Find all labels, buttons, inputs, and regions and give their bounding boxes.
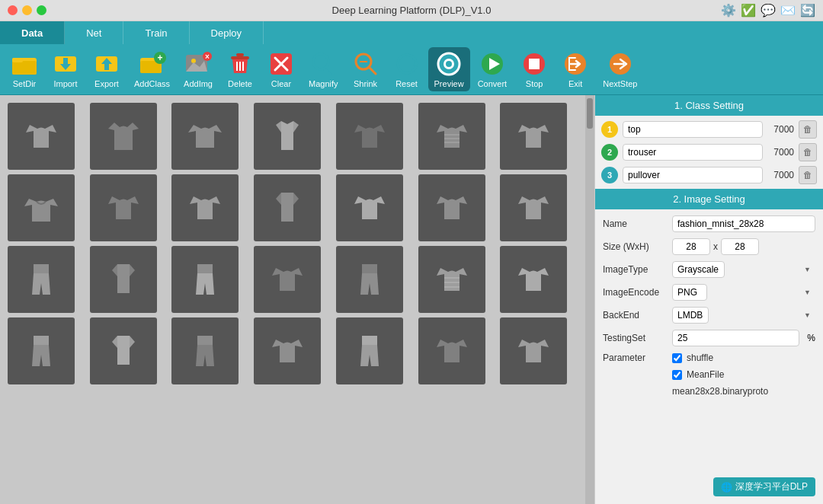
delete-icon — [226, 50, 254, 78]
tab-train[interactable]: Train — [123, 21, 189, 44]
image-item[interactable] — [336, 317, 403, 384]
image-item[interactable] — [254, 246, 321, 313]
tab-deploy[interactable]: Deploy — [190, 21, 264, 44]
image-grid — [8, 103, 587, 384]
image-item[interactable] — [8, 246, 75, 313]
image-item[interactable] — [418, 103, 485, 170]
image-item[interactable] — [500, 317, 567, 384]
imageencode-select[interactable]: PNG JPEG — [672, 284, 707, 301]
class-setting-header: 1. Class Setting — [595, 95, 823, 116]
backend-select[interactable]: LMDB HDF5 — [672, 307, 709, 324]
stop-button[interactable]: Stop — [514, 47, 554, 91]
percent-label: % — [807, 333, 815, 343]
image-item[interactable] — [171, 246, 239, 313]
preview-button[interactable]: Preview — [428, 47, 470, 91]
image-grid-container[interactable] — [0, 95, 594, 504]
image-item[interactable] — [418, 174, 485, 241]
imagetype-wrapper: Grayscale RGB — [672, 261, 815, 278]
image-item[interactable] — [418, 317, 485, 384]
minimize-button[interactable] — [22, 5, 32, 15]
title-bar: Deep Learning Platform (DLP)_V1.0 ⚙️ ✅ 💬… — [0, 0, 823, 21]
image-item[interactable] — [336, 103, 403, 170]
close-button[interactable] — [8, 5, 18, 15]
image-item[interactable] — [500, 246, 567, 313]
image-item[interactable] — [171, 317, 239, 384]
import-button[interactable]: Import — [46, 47, 85, 91]
check-icon[interactable]: ✅ — [741, 3, 756, 18]
nextstep-button[interactable]: NextStep — [597, 47, 643, 91]
addimg-button[interactable]: × AddImg — [178, 47, 219, 91]
addclass-button[interactable]: + AddClass — [128, 47, 176, 91]
height-input[interactable] — [721, 238, 759, 255]
window-controls — [8, 5, 46, 15]
image-item[interactable] — [336, 174, 403, 241]
image-item[interactable] — [8, 103, 75, 170]
stop-label: Stop — [526, 79, 543, 88]
image-item[interactable] — [90, 246, 157, 313]
shuffle-checkbox[interactable] — [672, 353, 682, 363]
image-item[interactable] — [90, 103, 157, 170]
imagetype-select[interactable]: Grayscale RGB — [672, 261, 725, 278]
svg-rect-8 — [104, 62, 109, 70]
svg-rect-47 — [34, 264, 49, 273]
setdir-button[interactable]: SetDir — [5, 47, 44, 91]
exit-button[interactable]: Exit — [556, 47, 595, 91]
maximize-button[interactable] — [37, 5, 46, 15]
delete-label: Delete — [228, 79, 252, 88]
wechat-icon[interactable]: 💬 — [761, 3, 776, 18]
settings-icon[interactable]: ⚙️ — [721, 3, 736, 18]
size-row: Size (WxH) x — [603, 238, 815, 255]
testingset-input[interactable] — [672, 330, 799, 346]
setdir-label: SetDir — [13, 79, 37, 88]
name-row: Name — [603, 215, 815, 232]
shrink-button[interactable]: Shrink — [346, 47, 386, 91]
testingset-label: TestingSet — [603, 333, 668, 343]
delete-class-2-button[interactable]: 🗑 — [799, 143, 817, 161]
watermark: 🌐 深度学习平台DLP — [713, 477, 815, 496]
image-item[interactable] — [418, 246, 485, 313]
image-item[interactable] — [171, 103, 239, 170]
delete-class-3-button[interactable]: 🗑 — [799, 166, 817, 184]
meanfile-checkbox[interactable] — [672, 370, 682, 380]
image-item[interactable] — [171, 174, 239, 241]
refresh-icon[interactable]: 🔄 — [800, 3, 815, 18]
clear-button[interactable]: Clear — [261, 47, 301, 91]
delete-button[interactable]: Delete — [220, 47, 260, 91]
image-item[interactable] — [8, 317, 75, 384]
image-item[interactable] — [90, 317, 157, 384]
clear-label: Clear — [271, 79, 291, 88]
width-input[interactable] — [672, 238, 710, 255]
scroll-thumb[interactable] — [587, 98, 593, 129]
image-item[interactable] — [500, 174, 567, 241]
export-button[interactable]: Export — [87, 47, 126, 91]
image-item[interactable] — [254, 317, 321, 384]
tab-net[interactable]: Net — [65, 21, 123, 44]
class-item-3: 3 7000 🗑 — [601, 166, 817, 184]
scrollbar[interactable] — [585, 95, 594, 504]
imageencode-wrapper: PNG JPEG — [672, 284, 815, 301]
size-label: Size (WxH) — [603, 241, 668, 252]
import-label: Import — [53, 79, 77, 88]
class-name-input-3[interactable] — [623, 167, 763, 183]
addimg-label: AddImg — [184, 79, 213, 88]
image-item[interactable] — [254, 103, 321, 170]
convert-button[interactable]: Convert — [472, 47, 514, 91]
magnify-button[interactable]: Magnify — [303, 47, 344, 91]
svg-text:×: × — [205, 53, 210, 61]
reset-button[interactable]: Reset — [387, 47, 427, 91]
tab-data[interactable]: Data — [0, 21, 65, 44]
svg-rect-49 — [362, 264, 377, 273]
clear-icon — [267, 50, 295, 78]
image-item[interactable] — [500, 103, 567, 170]
image-item[interactable] — [336, 246, 403, 313]
image-item[interactable] — [90, 174, 157, 241]
class-name-input-2[interactable] — [623, 144, 763, 161]
parameter-value: mean28x28.binaryproto — [672, 386, 768, 397]
class-number-1: 1 — [601, 121, 618, 138]
name-input[interactable] — [672, 215, 815, 232]
image-item[interactable] — [254, 174, 321, 241]
delete-class-1-button[interactable]: 🗑 — [799, 120, 817, 139]
class-name-input-1[interactable] — [623, 121, 763, 138]
image-item[interactable] — [8, 174, 75, 241]
email-icon[interactable]: ✉️ — [780, 3, 796, 18]
